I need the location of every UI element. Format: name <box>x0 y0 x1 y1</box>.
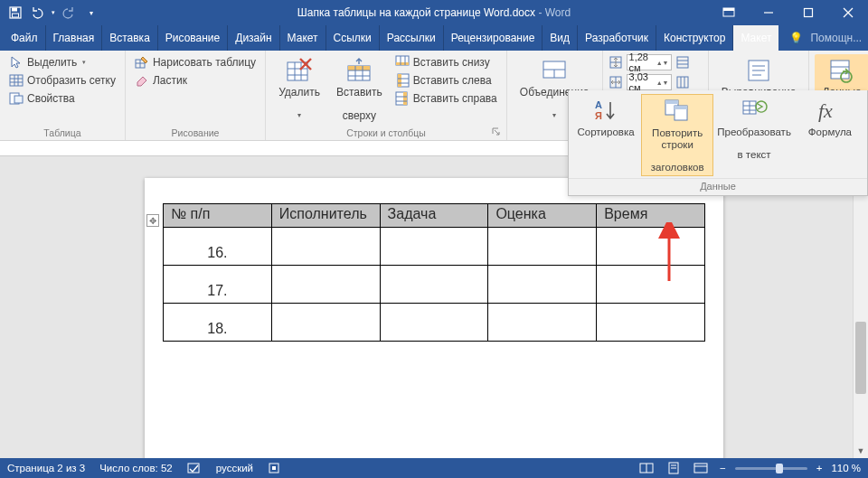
zoom-level[interactable]: 110 % <box>831 463 861 473</box>
cmd-repeat-header-rows[interactable]: Повторить строкизаголовков <box>641 94 713 176</box>
alignment-icon <box>744 56 773 85</box>
scrollbar-thumb[interactable] <box>855 322 866 394</box>
save-icon[interactable] <box>5 3 25 23</box>
status-words[interactable]: Число слов: 52 <box>99 463 173 473</box>
table-cell[interactable]: 18. <box>164 304 272 342</box>
table-header-cell[interactable]: Время <box>597 204 705 228</box>
svg-rect-33 <box>396 62 409 65</box>
tab-layout[interactable]: Макет <box>279 25 326 51</box>
input-row-height[interactable]: 1,28 см ▲▼ <box>627 54 672 70</box>
eraser-icon <box>135 73 149 88</box>
status-proofing-icon[interactable] <box>187 462 202 474</box>
undo-icon[interactable] <box>27 3 47 23</box>
table-cell[interactable] <box>380 266 488 304</box>
insert-col-right-icon <box>395 91 410 106</box>
zoom-slider-knob[interactable] <box>776 464 783 473</box>
cmd-properties[interactable]: Свойства <box>5 90 119 107</box>
input-col-width[interactable]: 3,03 см ▲▼ <box>627 74 672 90</box>
data-dropdown-panel: АЯ Сортировка Повторить строкизаголовков… <box>568 90 868 196</box>
cmd-insert-left[interactable]: Вставить слева <box>392 72 501 89</box>
cmd-draw-table[interactable]: Нарисовать таблицу <box>131 54 259 70</box>
table-row[interactable]: 17. <box>164 266 705 304</box>
view-read-mode-icon[interactable] <box>637 460 656 476</box>
table-cell[interactable] <box>488 228 597 266</box>
tell-me-icon: 💡 <box>789 32 803 44</box>
document-page[interactable]: ✥ № п/п Исполнитель Задача Оценка Время … <box>145 178 723 458</box>
zoom-out-icon[interactable]: − <box>718 463 728 473</box>
table-cell[interactable] <box>271 228 380 266</box>
tab-review[interactable]: Рецензирование <box>443 25 542 51</box>
zoom-slider[interactable] <box>735 467 807 470</box>
cmd-insert-right[interactable]: Вставить справа <box>392 90 501 107</box>
sort-icon: АЯ <box>591 96 620 125</box>
redo-icon[interactable] <box>60 3 80 23</box>
qat-customize-icon[interactable]: ▾ <box>81 3 101 23</box>
distribute-rows-icon[interactable] <box>675 55 690 70</box>
tab-insert[interactable]: Вставка <box>101 25 157 51</box>
cmd-insert-below[interactable]: Вставить снизу <box>392 54 501 70</box>
table-cell[interactable] <box>597 228 705 266</box>
table-cell[interactable] <box>597 304 705 342</box>
tell-me-area[interactable]: 💡 Помощн... <box>778 25 868 51</box>
scroll-down-arrow-icon[interactable]: ▼ <box>854 443 868 458</box>
col-width-icon <box>609 75 623 89</box>
cmd-formula[interactable]: fx Формула <box>795 94 865 176</box>
dialog-launcher-icon[interactable] <box>492 127 501 136</box>
cmd-delete[interactable]: Удалить <box>271 54 327 120</box>
close-icon[interactable] <box>828 0 868 25</box>
stepper-arrows-icon[interactable]: ▲▼ <box>656 60 669 66</box>
status-page[interactable]: Страница 2 из 3 <box>7 463 85 473</box>
tab-table-design[interactable]: Конструктор <box>656 25 732 51</box>
maximize-icon[interactable] <box>788 0 828 25</box>
table-cell[interactable] <box>488 304 597 342</box>
cmd-insert-above[interactable]: Вставитьсверху <box>329 54 390 123</box>
insert-row-above-icon <box>344 56 373 85</box>
table-header-cell[interactable]: Задача <box>380 204 488 228</box>
tab-home[interactable]: Главная <box>45 25 102 51</box>
tab-mailings[interactable]: Рассылки <box>379 25 443 51</box>
cmd-convert-to-text[interactable]: Преобразоватьв текст <box>713 94 795 176</box>
view-print-layout-icon[interactable] <box>664 460 684 476</box>
group-table: Выделить ▾ Отобразить сетку Свойства Та <box>0 51 126 140</box>
tab-view[interactable]: Вид <box>542 25 577 51</box>
view-web-layout-icon[interactable] <box>691 460 711 476</box>
document-table[interactable]: № п/п Исполнитель Задача Оценка Время 16… <box>163 203 705 342</box>
cmd-sort[interactable]: АЯ Сортировка <box>571 94 641 176</box>
zoom-in-icon[interactable]: + <box>815 463 825 473</box>
svg-rect-41 <box>403 92 407 105</box>
table-cell[interactable] <box>380 304 488 342</box>
status-language[interactable]: русский <box>216 463 253 473</box>
table-row[interactable]: 18. <box>164 304 705 342</box>
svg-rect-4 <box>723 8 734 11</box>
table-header-row[interactable]: № п/п Исполнитель Задача Оценка Время <box>164 204 705 228</box>
undo-dropdown-icon[interactable]: ▾ <box>49 3 58 23</box>
table-cell[interactable]: 16. <box>164 228 272 266</box>
stepper-arrows-icon[interactable]: ▲▼ <box>656 80 669 86</box>
ribbon-display-options-icon[interactable] <box>709 0 749 25</box>
status-macro-icon[interactable] <box>268 462 280 474</box>
table-header-cell[interactable]: № п/п <box>164 204 272 228</box>
tab-developer[interactable]: Разработчик <box>577 25 656 51</box>
distribute-cols-icon[interactable] <box>675 75 690 89</box>
table-cell[interactable] <box>488 266 597 304</box>
tab-file[interactable]: Файл <box>4 25 45 51</box>
table-header-cell[interactable]: Оценка <box>488 204 597 228</box>
minimize-icon[interactable] <box>749 0 788 25</box>
tab-table-layout[interactable]: Макет <box>732 25 778 51</box>
cmd-select[interactable]: Выделить ▾ <box>5 54 119 70</box>
tab-references[interactable]: Ссылки <box>326 25 379 51</box>
table-cell[interactable] <box>271 266 380 304</box>
cmd-eraser[interactable]: Ластик <box>131 72 259 89</box>
table-cell[interactable] <box>380 228 488 266</box>
table-cell[interactable] <box>597 266 705 304</box>
table-header-cell[interactable]: Исполнитель <box>271 204 380 228</box>
table-cell[interactable]: 17. <box>164 266 272 304</box>
insert-col-left-icon <box>395 73 410 88</box>
tab-design[interactable]: Дизайн <box>227 25 278 51</box>
table-move-handle-icon[interactable]: ✥ <box>146 214 159 227</box>
cmd-show-grid[interactable]: Отобразить сетку <box>5 72 119 89</box>
tab-draw[interactable]: Рисование <box>157 25 227 51</box>
table-row[interactable]: 16. <box>164 228 705 266</box>
window-controls <box>709 0 868 25</box>
table-cell[interactable] <box>271 304 380 342</box>
